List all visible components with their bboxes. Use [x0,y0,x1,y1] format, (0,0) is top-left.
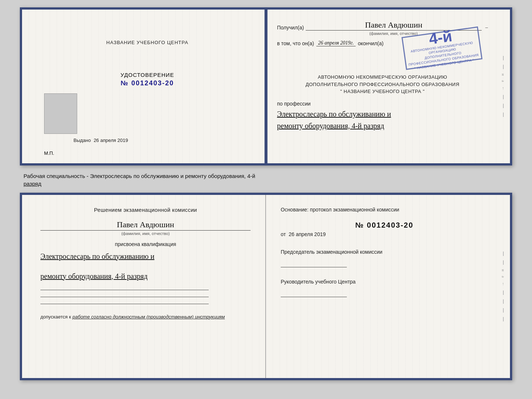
side-letter-a: а [501,80,506,82]
udostoverenie-number: № 0012403-20 [121,79,174,87]
vtom-date: 26 апреля 2019г. [316,40,356,46]
bside-letter-a: а [501,276,506,278]
page-wrapper: НАЗВАНИЕ УЧЕБНОГО ЦЕНТРА УДОСТОВЕРЕНИЕ №… [0,0,532,399]
vydano-date: 26 апреля 2019 [94,138,128,143]
vydano-line: Выдано 26 апреля 2019 [73,138,128,143]
middle-text-block: Рабочая специальность - Электрослесарь п… [20,169,512,189]
doc-spine [265,10,267,163]
bside-dash-3 [503,291,504,295]
avtonomnuyu-line3: " НАЗВАНИЕ УЧЕБНОГО ЦЕНТРА " [277,88,488,95]
bottom-fio-label: (фамилия, имя, отчество) [40,231,251,236]
profession-line1: Электрослесарь по обслуживанию и [277,108,488,120]
vydano-label: Выдано [73,138,91,143]
side-letter-arrow: ← [501,86,506,90]
rukovoditel-signature-line [281,297,347,297]
poluchil-label: Получил(a) [277,25,304,31]
predsedatel-signature-line [281,267,347,267]
dopuskaetsya-block: допускается к работе согласно должностны… [40,313,251,320]
udostoverenie-label: УДОСТОВЕРЕНИЕ [121,72,174,78]
bottom-profession-line1: Электрослесарь по обслуживанию и [40,250,251,263]
dopuskaetsya-value: работе согласно должностным (производств… [72,314,225,320]
side-letter-i: и [501,74,506,76]
avtonomnuyu-block: АВТОНОМНУЮ НЕКОММЕРЧЕСКУЮ ОРГАНИЗАЦИЮ ДО… [277,74,488,95]
side-dash-3 [503,95,504,99]
ot-date: 26 апреля 2019 [289,231,326,237]
signature-lines [40,290,251,304]
po-professii-block: по профессии Электрослесарь по обслужива… [277,101,488,132]
bottom-recipient-name: Павел Авдюшин [40,220,251,231]
bside-dash-2 [503,260,504,265]
ot-label: от [281,231,286,237]
mp-label: М.П. [44,150,54,156]
rukovoditel-block: Руководитель учебного Центра [281,278,488,299]
bside-letter-i: и [501,269,506,271]
side-dash-5 [503,113,504,117]
osnovanie-label: Основание: протокол экзаменационной коми… [281,206,488,214]
predsedatel-label: Председатель экзаменационной комиссии [281,248,488,256]
photo-placeholder [44,93,77,134]
dash: – [485,25,488,31]
right-side-decorations: и а ← [500,10,507,163]
training-center-label: НАЗВАНИЕ УЧЕБНОГО ЦЕНТРА [106,40,188,45]
bside-dash-4 [503,299,504,304]
doc-top-right-page: 4-й АВТОНОМНУЮ НЕКОММЕРЧЕСКУЮ ОРГАНИЗАЦИ… [266,10,510,163]
sig-line-2 [40,297,209,297]
sig-line-3 [40,304,209,304]
okonchil-label: окончил(a) [358,40,384,46]
predsedatel-block: Председатель экзаменационной комиссии [281,248,488,269]
ot-line: от 26 апреля 2019 [281,231,488,237]
document-bottom: Решением экзаменационной комиссии Павел … [20,193,512,380]
doc-bottom-left-page: Решением экзаменационной комиссии Павел … [22,195,266,378]
doc-bottom-right-page: Основание: протокол экзаменационной коми… [266,195,510,378]
protokol-number: № 0012403-20 [281,221,488,229]
doc-top-left-page: НАЗВАНИЕ УЧЕБНОГО ЦЕНТРА УДОСТОВЕРЕНИЕ №… [22,10,266,163]
avtonomnuyu-line2: ДОПОЛНИТЕЛЬНОГО ПРОФЕССИОНАЛЬНОГО ОБРАЗО… [277,81,488,88]
document-top: НАЗВАНИЕ УЧЕБНОГО ЦЕНТРА УДОСТОВЕРЕНИЕ №… [20,7,512,165]
center-name-inline: НАЗВАНИЕ УЧЕБНОГО ЦЕНТРА [344,89,421,94]
bside-dash-6 [503,317,504,321]
bside-letter-arrow: ← [501,282,506,286]
middle-text-line2: разряд [24,180,512,188]
po-professii-label: по профессии [277,101,488,107]
bottom-profession-line2: ремонту оборудования, 4-й разряд [40,270,251,282]
side-dash-2 [503,65,504,69]
training-center-block: НАЗВАНИЕ УЧЕБНОГО ЦЕНТРА [106,39,188,46]
udostoverenie-block: УДОСТОВЕРЕНИЕ № 0012403-20 [121,72,174,87]
resheniyem-label: Решением экзаменационной комиссии [40,206,251,214]
side-dash-4 [503,104,504,108]
rukovoditel-label: Руководитель учебного Центра [281,278,488,286]
avtonomnuyu-line1: АВТОНОМНУЮ НЕКОММЕРЧЕСКУЮ ОРГАНИЗАЦИЮ [277,74,488,81]
recipient-name: Павел Авдюшин [306,21,482,31]
side-dash-1 [503,56,504,60]
bside-dash-1 [503,252,504,256]
dopuskaetsya-label: допускается к [40,314,71,320]
bottom-right-side-decorations: и а ← [500,195,507,378]
bside-dash-5 [503,308,504,313]
middle-text-line1: Рабочая специальность - Электрослесарь п… [24,172,512,180]
profession-line2: ремонту оборудования, 4-й разряд [277,120,488,132]
vtom-label: в том, что он(a) [277,40,314,46]
prisvoena-label: присвоена квалификация [40,241,251,247]
sig-line-1 [40,290,209,290]
